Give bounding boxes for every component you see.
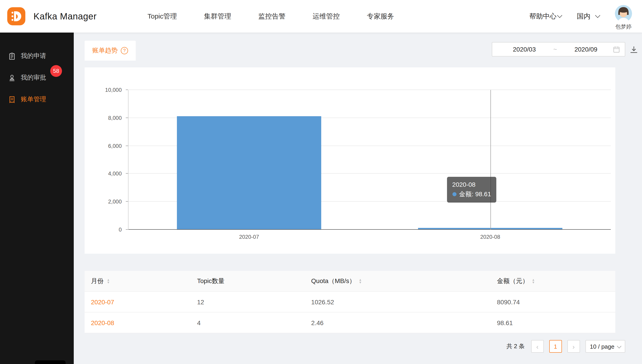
sort-icon: ▲▼	[532, 278, 535, 284]
help-center-label: 帮助中心	[529, 12, 556, 20]
y-axis-tick	[126, 201, 128, 202]
tooltip-value: 金额: 98.61	[459, 190, 491, 197]
sidebar-item-bill-management[interactable]: 账单管理	[0, 89, 74, 110]
quota-cell: 2.46	[305, 312, 491, 333]
y-axis-tick	[126, 145, 128, 146]
chevron-down-icon	[617, 344, 621, 348]
tooltip-axis-pointer	[490, 90, 491, 230]
sidebar-item-my-applications[interactable]: 我的申请	[0, 45, 74, 67]
y-tick-label: 0	[85, 226, 122, 233]
bill-table-card: 月份▲▼ Topic数量 Quota（MB/s）▲▼ 金额（元）▲▼	[85, 271, 615, 333]
main-content: 账单趋势 2020/03 ~ 2020/09 02,0004,0006,0008…	[74, 32, 642, 364]
x-axis-line	[129, 229, 611, 230]
sidebar-item-label: 账单管理	[21, 96, 46, 104]
app-window: Kafka Manager Topic管理 集群管理 监控告警 运维管控 专家服…	[0, 0, 642, 364]
y-tick-label: 4,000	[85, 171, 122, 177]
tab-label: 账单趋势	[92, 46, 118, 55]
chevron-down-icon	[595, 13, 600, 18]
question-circle-icon[interactable]	[121, 47, 128, 54]
table-header-row: 月份▲▼ Topic数量 Quota（MB/s）▲▼ 金额（元）▲▼	[85, 271, 615, 292]
date-range-picker[interactable]: 2020/03 ~ 2020/09	[492, 42, 625, 56]
sidebar-item-my-approvals[interactable]: 我的审批 58	[0, 67, 74, 89]
bill-trend-chart: 02,0004,0006,0008,00010,000 2020-08 金额: …	[85, 67, 615, 254]
y-axis-tick	[126, 118, 128, 118]
y-tick-label: 2,000	[85, 198, 122, 205]
nav-ops-control[interactable]: 运维管控	[313, 12, 340, 20]
quota-cell: 1026.52	[305, 292, 491, 312]
sidebar-scroll-handle[interactable]	[35, 360, 66, 364]
x-tick-label: 2020-08	[480, 234, 500, 240]
bill-icon	[8, 96, 16, 103]
nav-topic-manage[interactable]: Topic管理	[148, 12, 177, 20]
amount-cell: 98.61	[491, 312, 615, 333]
tab-bill-trend[interactable]: 账单趋势	[85, 41, 136, 60]
column-header-month[interactable]: 月份▲▼	[85, 271, 191, 292]
help-center-dropdown[interactable]: 帮助中心	[529, 12, 561, 20]
region-label: 国内	[577, 12, 590, 20]
tooltip-title: 2020-08	[452, 180, 491, 189]
sidebar-item-label: 我的申请	[21, 52, 46, 60]
pagination: 共 2 条 ‹ 1 › 10 / page	[506, 340, 625, 353]
date-start-value: 2020/03	[497, 46, 551, 53]
y-tick-label: 8,000	[85, 115, 122, 121]
bar-2020-07[interactable]	[177, 116, 321, 229]
y-axis-tick	[126, 174, 128, 174]
sort-icon: ▲▼	[107, 278, 110, 284]
month-link[interactable]: 2020-08	[91, 319, 114, 326]
total-count-text: 共 2 条	[506, 342, 525, 350]
stamp-icon	[8, 74, 16, 82]
gridline	[129, 90, 611, 90]
y-tick-label: 6,000	[85, 143, 122, 149]
column-label: 月份	[91, 277, 104, 285]
table-row: 2020-08 4 2.46 98.61	[85, 312, 615, 333]
column-label: Topic数量	[197, 277, 224, 285]
nav-cluster-manage[interactable]: 集群管理	[204, 12, 231, 20]
series-marker-icon	[452, 192, 456, 196]
top-nav: Topic管理 集群管理 监控告警 运维管控 专家服务	[148, 0, 394, 32]
date-end-value: 2020/09	[559, 46, 613, 53]
y-axis-tick	[126, 229, 128, 230]
sidebar-nav: 我的申请 我的审批 58 账单管理	[0, 32, 74, 110]
column-header-quota[interactable]: Quota（MB/s）▲▼	[305, 271, 491, 292]
next-page-button[interactable]: ›	[567, 340, 580, 353]
page-1-button[interactable]: 1	[549, 340, 562, 353]
y-tick-label: 10,000	[85, 87, 122, 93]
header-right: 帮助中心 国内 包梦婷	[529, 0, 632, 32]
chevron-down-icon	[557, 13, 562, 18]
prev-page-button[interactable]: ‹	[531, 340, 544, 353]
column-label: 金额（元）	[497, 277, 529, 285]
column-header-amount[interactable]: 金额（元）▲▼	[491, 271, 615, 292]
app-title: Kafka Manager	[34, 11, 97, 22]
month-link[interactable]: 2020-07	[91, 298, 114, 306]
sidebar: 我的申请 我的审批 58 账单管理	[0, 32, 74, 364]
user-menu[interactable]: 包梦婷	[615, 5, 632, 30]
column-label: Quota（MB/s）	[311, 277, 356, 285]
user-name: 包梦婷	[615, 23, 631, 30]
topic-count-cell: 12	[191, 292, 305, 312]
clipboard-icon	[8, 52, 16, 60]
chart-y-axis: 02,0004,0006,0008,00010,000	[85, 90, 128, 230]
region-selector[interactable]: 国内	[577, 12, 599, 20]
download-icon[interactable]	[630, 46, 638, 54]
column-header-topic-count[interactable]: Topic数量	[191, 271, 305, 292]
calendar-icon	[613, 46, 620, 53]
nav-expert-service[interactable]: 专家服务	[367, 12, 394, 20]
sort-icon: ▲▼	[359, 278, 362, 284]
nav-monitor-alert[interactable]: 监控告警	[258, 12, 285, 20]
table-row: 2020-07 12 1026.52 8090.74	[85, 292, 615, 312]
chart-plot: 2020-08 金额: 98.61 2020-072020-08	[128, 90, 611, 230]
page-size-label: 10 / page	[590, 343, 614, 350]
page-size-select[interactable]: 10 / page	[585, 340, 625, 353]
x-tick-label: 2020-07	[239, 234, 259, 240]
bill-table: 月份▲▼ Topic数量 Quota（MB/s）▲▼ 金额（元）▲▼	[85, 271, 615, 333]
topic-count-cell: 4	[191, 312, 305, 333]
app-logo-icon	[6, 6, 26, 26]
tooltip-value-row: 金额: 98.61	[452, 189, 491, 199]
top-header: Kafka Manager Topic管理 集群管理 监控告警 运维管控 专家服…	[0, 0, 642, 32]
avatar	[615, 5, 632, 22]
y-axis-tick	[126, 90, 128, 90]
sidebar-item-label: 我的审批	[21, 74, 46, 82]
chart-tooltip: 2020-08 金额: 98.61	[447, 176, 496, 202]
approval-count-badge: 58	[50, 65, 62, 77]
amount-cell: 8090.74	[491, 292, 615, 312]
